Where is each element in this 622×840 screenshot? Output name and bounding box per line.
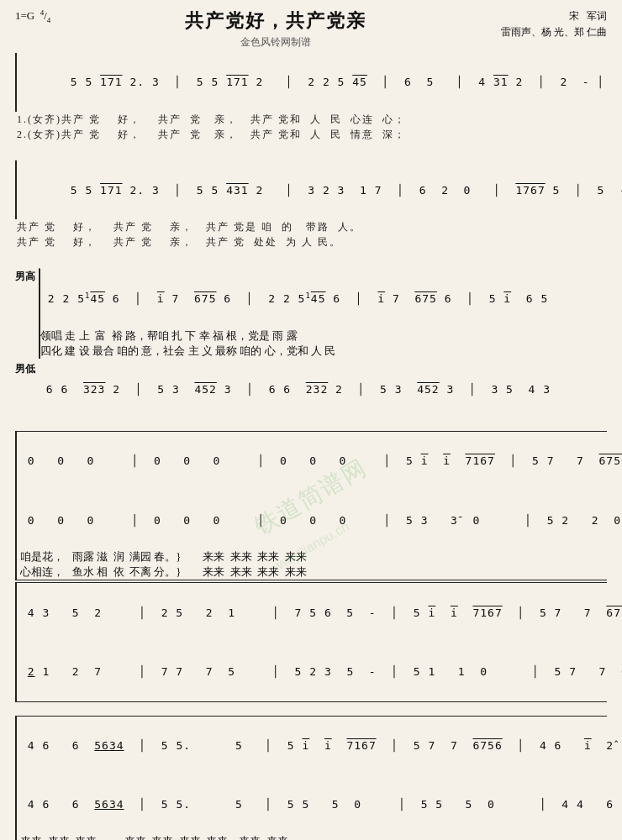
section-4: 4 6 6 5634 │ 5 5. 5 │ 5 i i 7167 │ 5 7 7… xyxy=(15,716,607,840)
section-1-row-1: 5 5 171 2. 3 │ 5 5 171 2 │ 2 2 5 45 │ 6 … xyxy=(15,53,607,142)
final-lyric-1: 来来 来来 来来 来来 来来 来来 来来 来来 来来 xyxy=(20,834,607,840)
lyric-upper-1b: 心相连， 鱼水 相 依 不离 分。} 来来 来来 来来 来来 xyxy=(20,564,607,580)
subtitle: 金色风铃网制谱 xyxy=(50,35,501,50)
section-2: 男高 2 2 5145 6 │ i 7 675 6 │ 2 2 5145 6 │… xyxy=(15,268,607,419)
male-low-notation-1: 6 6 323 2 │ 5 3 452 3 │ 6 6 232 2 │ 5 3 … xyxy=(39,360,607,419)
male-low-row-1: 男低 6 6 323 2 │ 5 3 452 3 │ 6 6 232 2 │ 5… xyxy=(15,360,607,419)
main-title: 共产党好，共产党亲 xyxy=(50,8,501,34)
zero-notation-lower-2: 2 1 2 7 │ 7 7 7 5 │ 5 2 3 5 - │ 5 1 1 0 … xyxy=(20,643,607,701)
key-signature: 1=G 4/4 xyxy=(15,8,50,24)
lyrics-row-1a: 1.(女齐)共产 党 好， 共产 党 亲， 共产 党和 人 民 心连 心； xyxy=(15,112,607,127)
male-high-notation-1: 2 2 5145 6 │ i 7 675 6 │ 2 2 5145 6 │ i … xyxy=(40,269,607,328)
lyric-upper-1a: 咱是花， 雨露 滋 润 满园 春。} 来来 来来 来来 来来 xyxy=(20,549,607,564)
author-name: 雷雨声、杨 光、郑 仁曲 xyxy=(501,24,607,40)
header: 1=G 4/4 共产党好，共产党亲 金色风铃网制谱 宋 军词 雷雨声、杨 光、郑… xyxy=(15,8,607,50)
lyrics-row-2a: 共产 党 好， 共产 党 亲， 共产 党是 咱 的 带路 人。 xyxy=(15,219,607,234)
zero-notation-upper-1: 0 0 0 │ 0 0 0 │ 0 0 0 │ 5 i i 7167 │ 5 7… xyxy=(20,432,607,491)
male-high-label: 男高 xyxy=(15,268,39,284)
section-3: 0 0 0 │ 0 0 0 │ 0 0 0 │ 5 i i 7167 │ 5 7… xyxy=(15,431,607,702)
male-low-label: 男低 xyxy=(15,360,39,376)
key-text: 1=G 4/4 xyxy=(15,9,50,22)
notation-row-2: 5 5 171 2. 3 │ 5 5 431 2 │ 3 2 3 1 7 │ 6… xyxy=(15,160,607,219)
lyrics-row-1b: 2.(女齐)共产 党 好， 共产 党 亲， 共产 党和 人 民 情意 深； xyxy=(15,127,607,142)
final-notation-1: 4 6 6 5634 │ 5 5. 5 │ 5 i i 7167 │ 5 7 7… xyxy=(20,717,607,775)
author-type: 宋 军词 xyxy=(501,8,607,24)
title-block: 共产党好，共产党亲 金色风铃网制谱 xyxy=(50,8,501,50)
male-high-lyric-1a: 领唱 走 上 富 裕 路，帮咱 扎 下 幸 福 根，党是 雨 露 xyxy=(40,328,607,344)
male-high-row-1: 男高 2 2 5145 6 │ i 7 675 6 │ 2 2 5145 6 │… xyxy=(15,268,607,359)
page: 铁道简谱网 www.jianpu.cn 1=G 4/4 共产党好，共产党亲 金色… xyxy=(0,0,622,840)
section-1-row-2: 5 5 171 2. 3 │ 5 5 431 2 │ 3 2 3 1 7 │ 6… xyxy=(15,160,607,249)
zero-notation-lower-1: 4 3 5 2 │ 2 5 2 1 │ 7 5 6 5 - │ 5 i i 71… xyxy=(20,583,607,642)
final-notation-2: 4 6 6 5634 │ 5 5. 5 │ 5 5 5 0 │ 5 5 5 0 … xyxy=(20,775,607,834)
notation-row-1: 5 5 171 2. 3 │ 5 5 171 2 │ 2 2 5 45 │ 6 … xyxy=(15,53,607,112)
zero-notation-upper-2: 0 0 0 │ 0 0 0 │ 0 0 0 │ 5 3 3̄ 0 │ 5 2 2… xyxy=(20,491,607,549)
lyrics-row-2b: 共产 党 好， 共产 党 亲， 共产 党 处处 为 人 民。 xyxy=(15,234,607,249)
male-high-lyric-1b: 四化 建 设 最合 咱的 意，社会 主 义 最称 咱的 心，党和 人 民 xyxy=(40,344,607,359)
author-block: 宋 军词 雷雨声、杨 光、郑 仁曲 xyxy=(501,8,607,40)
